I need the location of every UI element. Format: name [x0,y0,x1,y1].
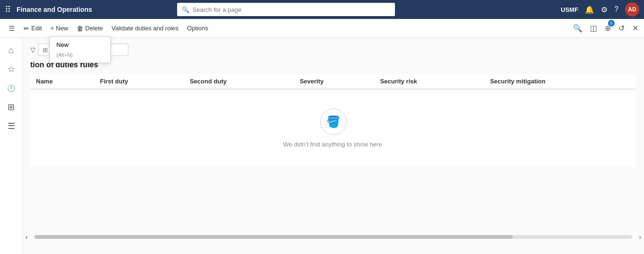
global-search-bar[interactable]: 🔍 [177,3,395,16]
dropdown-shortcut-label: (Alt+N) [50,51,110,61]
filter-icon[interactable]: ▽ [30,46,36,54]
col-second-duty: Second duty [184,74,294,89]
scroll-thumb[interactable] [35,235,513,239]
content-area: ▽ tion of duties rules Name First duty S… [23,38,644,254]
empty-state-message: We didn't find anything to show here. [283,141,384,148]
scroll-track[interactable] [35,235,633,239]
left-sidebar: ⌂ ☆ 🕐 ⊞ ☰ [0,38,23,254]
sidebar-item-favorites[interactable]: ☆ [3,61,20,78]
delete-button[interactable]: 🗑 Delete [73,23,107,34]
notification-icon[interactable]: 🔔 [585,5,594,14]
search-input[interactable] [192,6,390,13]
sidebar-item-workspaces[interactable]: ⊞ [3,99,20,116]
empty-state: 🪣 We didn't find anything to show here. [30,90,636,167]
data-table: Name First duty Second duty Severity Sec… [30,74,636,167]
delete-icon: 🗑 [77,25,83,32]
col-security-mitigation: Security mitigation [484,74,636,89]
edit-icon: ✏ [24,25,29,32]
col-first-duty: First duty [94,74,184,89]
empty-state-row: 🪣 We didn't find anything to show here. [30,89,636,167]
empty-state-icon: 🪣 [320,109,347,135]
close-icon[interactable]: ✕ [630,22,640,35]
filter-row: ▽ [30,44,636,56]
avatar[interactable]: AD [625,2,639,17]
search-icon: 🔍 [182,6,189,13]
col-security-risk: Security risk [375,74,484,89]
toolbar-right-actions: 🔍 ◫ ⊕ 0 ↺ ✕ [571,22,640,35]
help-icon[interactable]: ? [614,5,618,14]
scroll-left-arrow[interactable]: ‹ [23,232,31,242]
new-button[interactable]: + New [46,23,72,34]
top-navigation: ⠿ Finance and Operations 🔍 USMF 🔔 ⚙ ? AD [0,0,644,19]
header-row: Name First duty Second duty Severity Sec… [30,74,636,89]
action-toolbar: ☰ ✏ Edit + New 🗑 Delete Validate duties … [0,19,644,38]
validate-button[interactable]: Validate duties and roles [108,23,182,34]
toolbar-search-icon[interactable]: 🔍 [571,22,584,35]
col-severity: Severity [294,74,375,89]
personalize-icon[interactable]: ◫ [588,22,599,35]
page-title: tion of duties rules [30,61,636,69]
horizontal-scrollbar[interactable]: ‹ › [23,229,644,245]
table-body: 🪣 We didn't find anything to show here. [30,89,636,167]
app-grid-icon[interactable]: ⠿ [5,4,11,15]
new-dropdown-menu[interactable]: New (Alt+N) [49,36,111,63]
table-header: Name First duty Second duty Severity Sec… [30,74,636,89]
sidebar-item-home[interactable]: ⌂ [3,42,20,59]
main-layout: ⌂ ☆ 🕐 ⊞ ☰ ▽ tion of duties rules Name Fi… [0,38,644,254]
empty-state-cell: 🪣 We didn't find anything to show here. [30,89,636,167]
sidebar-item-modules[interactable]: ☰ [3,118,20,135]
badge-icon[interactable]: ⊕ 0 [603,22,613,35]
nav-right: USMF 🔔 ⚙ ? AD [561,2,639,17]
refresh-icon[interactable]: ↺ [617,22,626,35]
nav-left: ⠿ Finance and Operations [5,4,92,15]
col-name: Name [30,74,94,89]
scroll-right-arrow[interactable]: › [636,232,644,242]
options-button[interactable]: Options [183,23,212,34]
app-title: Finance and Operations [17,6,92,13]
badge-count: 0 [608,20,615,27]
plus-icon: + [50,25,54,32]
settings-icon[interactable]: ⚙ [601,5,608,14]
company-code: USMF [561,6,578,13]
edit-button[interactable]: ✏ Edit [20,23,45,34]
sidebar-item-recent[interactable]: 🕐 [3,80,20,97]
hamburger-menu-icon[interactable]: ☰ [4,21,19,36]
dropdown-new-item[interactable]: New [50,38,110,51]
